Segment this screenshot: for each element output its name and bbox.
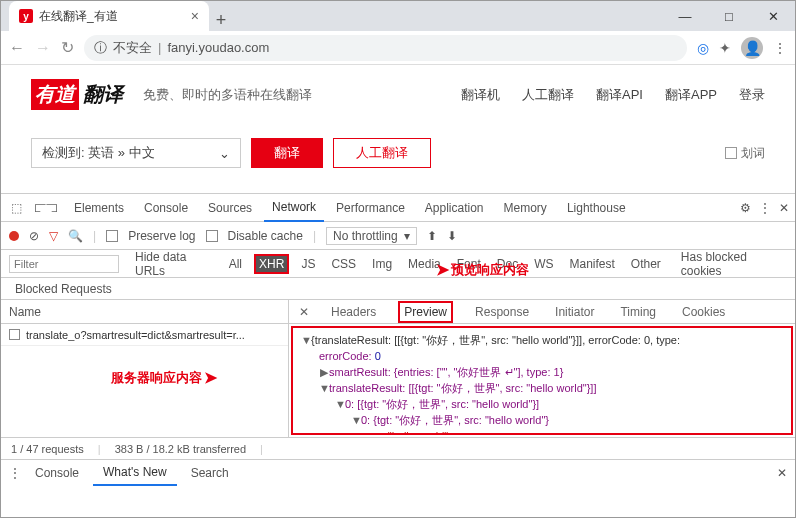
preview-pane[interactable]: ▼{translateResult: [[{tgt: "你好，世界", src:… — [291, 326, 793, 435]
slogan: 免费、即时的多语种在线翻译 — [143, 86, 312, 104]
close-tab-icon[interactable]: × — [191, 8, 199, 24]
close-window-button[interactable]: ✕ — [751, 1, 795, 31]
device-icon[interactable]: ⫍⫎ — [30, 201, 62, 215]
preserve-log-checkbox[interactable] — [106, 230, 118, 242]
nav-link[interactable]: 翻译APP — [665, 86, 717, 104]
browser-tab[interactable]: y 在线翻译_有道 × — [9, 1, 209, 31]
annotation-preview: ➤ 预览响应内容 — [436, 260, 529, 279]
tab-sources[interactable]: Sources — [200, 194, 260, 222]
chevron-down-icon: ⌄ — [219, 146, 230, 161]
nav-link[interactable]: 翻译机 — [461, 86, 500, 104]
tab-performance[interactable]: Performance — [328, 194, 413, 222]
filter-ws[interactable]: WS — [530, 255, 557, 273]
arrow-icon: ➤ — [204, 368, 217, 387]
tab-lighthouse[interactable]: Lighthouse — [559, 194, 634, 222]
transfer-size: 383 B / 18.2 kB transferred — [115, 443, 246, 455]
language-select[interactable]: 检测到: 英语 » 中文 ⌄ — [31, 138, 241, 168]
disable-cache-checkbox[interactable] — [206, 230, 218, 242]
tab-elements[interactable]: Elements — [66, 194, 132, 222]
throttling-select[interactable]: No throttling ▾ — [326, 227, 417, 245]
nav-link[interactable]: 人工翻译 — [522, 86, 574, 104]
devtools-tabs: ⬚ ⫍⫎ Elements Console Sources Network Pe… — [1, 194, 795, 222]
record-button[interactable] — [9, 231, 19, 241]
address-bar: ← → ↻ ⓘ 不安全 | fanyi.youdao.com ◎ ✦ 👤 ⋮ — [1, 31, 795, 65]
reload-button[interactable]: ↻ — [61, 38, 74, 57]
request-count: 1 / 47 requests — [11, 443, 84, 455]
network-filter-row: Hide data URLs All XHR JS CSS Img Media … — [1, 250, 795, 278]
nav-links: 翻译机 人工翻译 翻译API 翻译APP 登录 — [461, 86, 765, 104]
drawer-console[interactable]: Console — [25, 460, 89, 486]
url-text: fanyi.youdao.com — [167, 40, 269, 55]
translate-button[interactable]: 翻译 — [251, 138, 323, 168]
drawer-whatsnew[interactable]: What's New — [93, 460, 177, 486]
gear-icon[interactable]: ⚙ — [740, 201, 751, 215]
search-icon[interactable]: 🔍 — [68, 229, 83, 243]
upload-icon[interactable]: ⬆ — [427, 229, 437, 243]
tab-title: 在线翻译_有道 — [39, 8, 185, 25]
favicon: y — [19, 9, 33, 23]
filter-js[interactable]: JS — [297, 255, 319, 273]
tab-console[interactable]: Console — [136, 194, 196, 222]
tab-initiator[interactable]: Initiator — [551, 303, 598, 321]
close-drawer-icon[interactable]: ✕ — [777, 466, 787, 480]
tab-timing[interactable]: Timing — [616, 303, 660, 321]
url-input[interactable]: ⓘ 不安全 | fanyi.youdao.com — [84, 35, 687, 61]
nav-link[interactable]: 翻译API — [596, 86, 643, 104]
forward-button: → — [35, 39, 51, 57]
filter-css[interactable]: CSS — [327, 255, 360, 273]
tab-network[interactable]: Network — [264, 194, 324, 222]
filter-manifest[interactable]: Manifest — [565, 255, 618, 273]
puzzle-icon[interactable]: ✦ — [719, 40, 731, 56]
close-devtools-icon[interactable]: ✕ — [779, 201, 789, 215]
tab-response[interactable]: Response — [471, 303, 533, 321]
request-list: Name translate_o?smartresult=dict&smartr… — [1, 300, 289, 437]
arrow-icon: ➤ — [436, 260, 449, 279]
minimize-button[interactable]: — — [663, 1, 707, 31]
filter-all[interactable]: All — [225, 255, 246, 273]
page-content: 有道 翻译 免费、即时的多语种在线翻译 翻译机 人工翻译 翻译API 翻译APP… — [1, 65, 795, 193]
filter-img[interactable]: Img — [368, 255, 396, 273]
row-checkbox[interactable] — [9, 329, 20, 340]
filter-xhr[interactable]: XHR — [254, 254, 289, 274]
tab-headers[interactable]: Headers — [327, 303, 380, 321]
blocked-requests-row: Blocked Requests — [1, 278, 795, 300]
site-logo[interactable]: 有道 翻译 — [31, 79, 125, 110]
tab-memory[interactable]: Memory — [496, 194, 555, 222]
drawer-menu-icon[interactable]: ⋮ — [9, 466, 21, 480]
status-bar: 1 / 47 requests | 383 B / 18.2 kB transf… — [1, 437, 795, 459]
huaci-checkbox[interactable]: 划词 — [725, 145, 765, 162]
filter-input[interactable] — [9, 255, 119, 273]
window-titlebar: y 在线翻译_有道 × + — □ ✕ — [1, 1, 795, 31]
name-header[interactable]: Name — [1, 300, 288, 324]
filter-icon[interactable]: ▽ — [49, 229, 58, 243]
drawer-tabs: ⋮ Console What's New Search ✕ — [1, 459, 795, 485]
clear-icon[interactable]: ⊘ — [29, 229, 39, 243]
nav-link[interactable]: 登录 — [739, 86, 765, 104]
new-tab-button[interactable]: + — [209, 10, 233, 31]
more-icon[interactable]: ⋮ — [759, 201, 771, 215]
avatar-icon[interactable]: 👤 — [741, 37, 763, 59]
maximize-button[interactable]: □ — [707, 1, 751, 31]
network-toolbar: ⊘ ▽ 🔍 | Preserve log Disable cache | No … — [1, 222, 795, 250]
inspect-icon[interactable]: ⬚ — [7, 201, 26, 215]
human-translate-button[interactable]: 人工翻译 — [333, 138, 431, 168]
close-detail-icon[interactable]: ✕ — [299, 305, 309, 319]
back-button[interactable]: ← — [9, 39, 25, 57]
info-icon[interactable]: ⓘ — [94, 39, 107, 57]
tab-preview[interactable]: Preview — [398, 301, 453, 323]
download-icon[interactable]: ⬇ — [447, 229, 457, 243]
extension-icon[interactable]: ◎ — [697, 40, 709, 56]
drawer-search[interactable]: Search — [181, 460, 239, 486]
tab-cookies[interactable]: Cookies — [678, 303, 729, 321]
insecure-label: 不安全 — [113, 39, 152, 57]
checkbox-icon — [725, 147, 737, 159]
request-row[interactable]: translate_o?smartresult=dict&smartresult… — [1, 324, 288, 346]
request-detail: ✕ Headers Preview Response Initiator Tim… — [289, 300, 795, 437]
menu-icon[interactable]: ⋮ — [773, 40, 787, 56]
tab-application[interactable]: Application — [417, 194, 492, 222]
devtools-panel: ⬚ ⫍⫎ Elements Console Sources Network Pe… — [1, 193, 795, 485]
filter-other[interactable]: Other — [627, 255, 665, 273]
